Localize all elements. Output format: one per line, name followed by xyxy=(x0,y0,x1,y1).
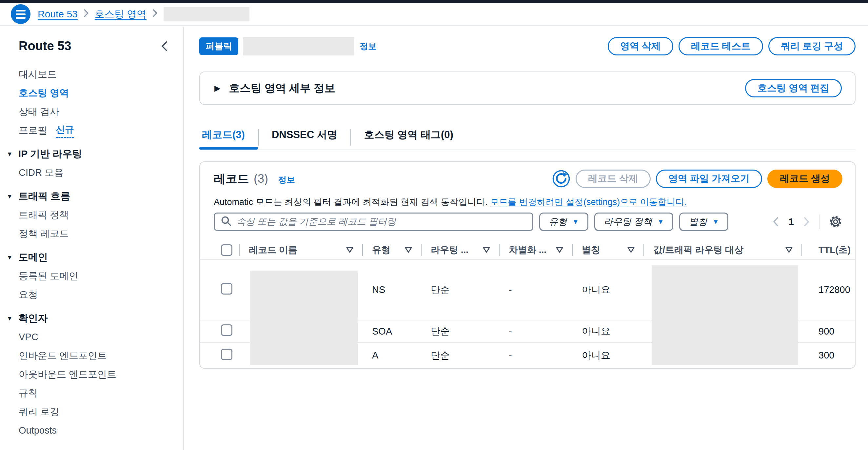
delete-record-button[interactable]: 레코드 삭제 xyxy=(576,170,651,188)
zone-header: 퍼블릭 정보 영역 삭제 레코드 테스트 쿼리 로깅 구성 xyxy=(199,37,856,56)
alias-filter-dropdown[interactable]: 별칭▼ xyxy=(679,213,728,231)
public-badge: 퍼블릭 xyxy=(199,37,238,55)
column-value-traffic-target[interactable]: 값/트래픽 라우팅 대상 xyxy=(644,240,802,260)
select-all-checkbox[interactable] xyxy=(221,244,232,256)
chevron-left-icon[interactable] xyxy=(160,41,168,52)
column-alias[interactable]: 별칭 xyxy=(572,240,644,260)
hosted-zone-details-title: 호스팅 영역 세부 정보 xyxy=(229,81,335,96)
sidebar-item-health-checks[interactable]: 상태 검사 xyxy=(0,102,183,121)
sidebar: Route 53 대시보드 호스팅 영역 상태 검사 프로필신규 ▼IP 기반 … xyxy=(0,27,184,450)
sidebar-item-rules[interactable]: 규칙 xyxy=(0,384,183,402)
sort-icon xyxy=(627,247,635,253)
edit-hosted-zone-button[interactable]: 호스팅 영역 편집 xyxy=(745,79,842,97)
caret-down-icon: ▼ xyxy=(657,218,664,226)
tab-records[interactable]: 레코드(3) xyxy=(199,125,258,145)
sidebar-title: Route 53 xyxy=(19,39,71,53)
console-top-edge xyxy=(0,0,868,3)
sidebar-section-ip-based-routing[interactable]: ▼IP 기반 라우팅 xyxy=(0,145,183,163)
divider xyxy=(819,214,819,229)
record-type-cell: NS xyxy=(362,284,421,295)
ttl-cell: 172800 xyxy=(802,284,855,295)
delete-zone-button[interactable]: 영역 삭제 xyxy=(608,37,673,55)
hosted-zone-details-toggle[interactable]: ▶ 호스팅 영역 세부 정보 xyxy=(214,81,335,96)
column-differentiator[interactable]: 차별화 ... xyxy=(499,240,572,260)
caret-down-icon: ▼ xyxy=(712,218,719,226)
menu-icon[interactable] xyxy=(11,4,30,24)
column-routing[interactable]: 라우팅 ... xyxy=(421,240,499,260)
caret-down-icon: ▼ xyxy=(6,254,13,261)
records-count: (3) xyxy=(254,172,268,186)
sidebar-item-outposts[interactable]: Outposts xyxy=(0,421,183,440)
column-ttl[interactable]: TTL(초) xyxy=(802,240,855,260)
sort-icon xyxy=(483,247,490,253)
tab-hosted-zone-tags[interactable]: 호스팅 영역 태그(0) xyxy=(351,125,466,145)
previous-page-icon[interactable] xyxy=(772,216,779,227)
alias-cell: 아니요 xyxy=(572,349,644,362)
alias-cell: 아니요 xyxy=(572,325,644,338)
ttl-cell: 300 xyxy=(802,350,855,361)
sidebar-item-cidr-collections[interactable]: CIDR 모음 xyxy=(0,163,183,182)
sidebar-item-query-logging[interactable]: 쿼리 로깅 xyxy=(0,402,183,421)
gear-icon[interactable] xyxy=(828,214,843,229)
records-panel: 레코드 (3) 정보 레코드 삭제 영역 파일 가져오기 레코드 생성 Auto… xyxy=(199,161,856,369)
chevron-right-icon xyxy=(84,8,89,20)
record-type-cell: SOA xyxy=(362,326,421,337)
row-checkbox[interactable] xyxy=(221,349,232,360)
sidebar-item-registered-domains[interactable]: 등록된 도메인 xyxy=(0,267,183,286)
redacted-breadcrumb-zone-name xyxy=(163,7,249,21)
tab-dnssec-signing[interactable]: DNSSEC 서명 xyxy=(259,125,350,145)
routing-cell: 단순 xyxy=(421,325,499,338)
breadcrumb-hosted-zones-link[interactable]: 호스팅 영역 xyxy=(95,7,147,21)
sidebar-item-policy-records[interactable]: 정책 레코드 xyxy=(0,224,183,243)
breadcrumb-route53-link[interactable]: Route 53 xyxy=(38,8,78,20)
refresh-icon[interactable] xyxy=(552,170,570,188)
zone-info-link[interactable]: 정보 xyxy=(360,41,377,52)
sidebar-item-outbound-endpoints[interactable]: 아웃바운드 엔드포인트 xyxy=(0,365,183,384)
caret-down-icon: ▼ xyxy=(6,151,13,158)
sidebar-item-inbound-endpoints[interactable]: 인바운드 엔드포인트 xyxy=(0,347,183,365)
sidebar-item-traffic-policies[interactable]: 트래픽 정책 xyxy=(0,206,183,224)
search-icon xyxy=(221,215,232,228)
sidebar-section-traffic-flow[interactable]: ▼트래픽 흐름 xyxy=(0,187,183,206)
sidebar-section-resolver[interactable]: ▼확인자 xyxy=(0,309,183,328)
sidebar-item-profiles[interactable]: 프로필신규 xyxy=(0,121,183,140)
create-record-button[interactable]: 레코드 생성 xyxy=(767,170,842,188)
column-record-name[interactable]: 레코드 이름 xyxy=(239,240,362,260)
settings-link[interactable]: 모드를 변경하려면 설정(settings)으로 이동합니다. xyxy=(490,197,687,207)
redacted-zone-name xyxy=(243,37,354,55)
breadcrumb-bar: Route 53 호스팅 영역 xyxy=(0,3,868,26)
sidebar-item-hosted-zones[interactable]: 호스팅 영역 xyxy=(0,84,183,102)
sidebar-section-domains[interactable]: ▼도메인 xyxy=(0,248,183,267)
current-page-number[interactable]: 1 xyxy=(788,216,794,227)
import-zone-file-button[interactable]: 영역 파일 가져오기 xyxy=(656,170,762,188)
routing-cell: 단순 xyxy=(421,349,499,362)
sidebar-item-vpc[interactable]: VPC xyxy=(0,328,183,347)
next-page-icon[interactable] xyxy=(803,216,810,227)
row-checkbox[interactable] xyxy=(221,283,232,295)
routing-policy-filter-dropdown[interactable]: 라우팅 정책▼ xyxy=(594,213,674,231)
caret-down-icon: ▼ xyxy=(6,193,13,200)
sidebar-item-dashboard[interactable]: 대시보드 xyxy=(0,65,183,84)
routing-cell: 단순 xyxy=(421,283,499,297)
test-record-button[interactable]: 레코드 테스트 xyxy=(679,37,763,55)
differentiator-cell: - xyxy=(499,326,572,337)
column-type[interactable]: 유형 xyxy=(362,240,421,260)
configure-query-logging-button[interactable]: 쿼리 로깅 구성 xyxy=(768,37,856,55)
breadcrumb: Route 53 호스팅 영역 xyxy=(38,7,249,21)
redacted-record-values xyxy=(652,265,798,365)
record-filter-input[interactable] xyxy=(236,216,526,227)
row-checkbox[interactable] xyxy=(221,324,232,336)
sidebar-item-requests[interactable]: 요청 xyxy=(0,286,183,304)
caret-down-icon: ▼ xyxy=(6,315,13,322)
table-header-row: 레코드 이름 유형 라우팅 ... 차별화 ... 별칭 값/트래픽 라우팅 대… xyxy=(200,240,855,260)
record-filter-searchbox xyxy=(214,213,533,231)
alias-cell: 아니요 xyxy=(572,283,644,297)
records-info-link[interactable]: 정보 xyxy=(278,174,295,186)
tabs: 레코드(3) DNSSEC 서명 호스팅 영역 태그(0) xyxy=(199,125,856,150)
record-type-cell: A xyxy=(362,350,421,361)
caret-down-icon: ▼ xyxy=(572,218,579,226)
sort-icon xyxy=(556,247,563,253)
type-filter-dropdown[interactable]: 유형▼ xyxy=(539,213,588,231)
sort-icon xyxy=(346,247,354,253)
differentiator-cell: - xyxy=(499,350,572,361)
